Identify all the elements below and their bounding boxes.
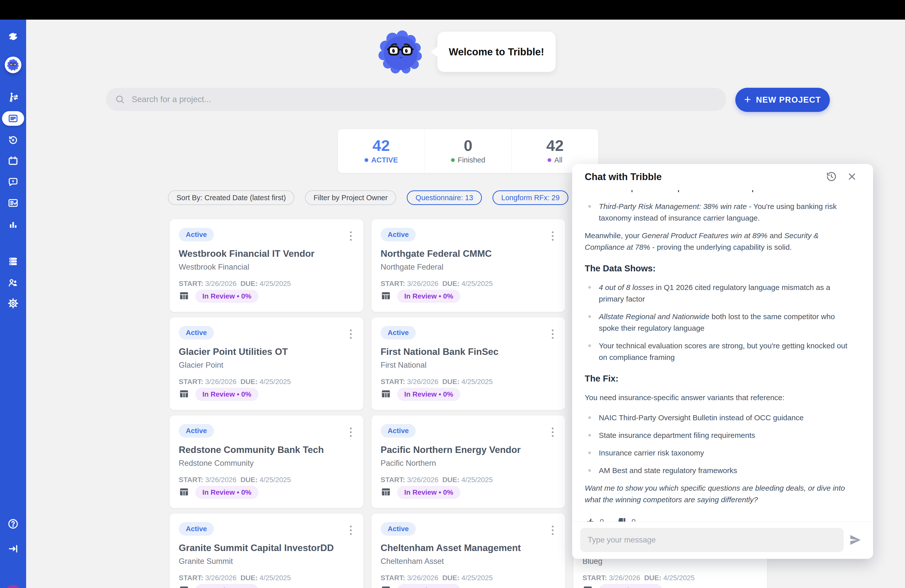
message-bullet: Third-Party Risk Management: 38% win rat… <box>585 201 857 224</box>
table-icon <box>381 389 391 400</box>
top-bar <box>0 0 905 20</box>
chat-input-row <box>572 521 873 559</box>
table-icon <box>179 291 189 302</box>
project-dates: START: 3/26/2026 DUE: 4/25/2025 <box>179 378 291 386</box>
kebab-menu-icon[interactable] <box>548 327 557 340</box>
kebab-menu-icon[interactable] <box>548 229 557 242</box>
message-bullet: Allstate Regional and Nationwide both lo… <box>585 311 857 334</box>
collapse-sidebar-icon[interactable] <box>7 543 19 555</box>
project-card[interactable]: ActiveNorthgate Federal CMMCNorthgate Fe… <box>372 219 565 312</box>
sidebar-item-team[interactable] <box>7 277 19 289</box>
project-card[interactable]: ActiveCheltenham Asset ManagementChelten… <box>372 513 565 588</box>
project-dates: START: 3/26/2026 DUE: 4/25/2025 <box>381 574 493 582</box>
filter-chip-sort-by[interactable]: Sort By: Created Date (latest first) <box>168 191 294 205</box>
stat-label: Finished <box>451 156 486 164</box>
table-icon <box>179 389 189 400</box>
status-badge: Active <box>381 522 416 536</box>
project-title: Redstone Community Bank Tech <box>179 445 356 455</box>
message-bullet: NAIC Third-Party Oversight Bulletin inst… <box>585 412 857 424</box>
chat-history-icon[interactable] <box>825 170 837 183</box>
project-card[interactable]: ActiveGranite Summit Capital InvestorDDG… <box>170 513 363 588</box>
table-icon <box>179 487 189 498</box>
project-card[interactable]: ActiveWestbrook Financial IT VendorWestb… <box>170 219 363 312</box>
sidebar-item-projects-active[interactable] <box>2 111 24 126</box>
table-icon <box>381 585 391 588</box>
message-bullet: Insurance carrier risk taxonomy <box>585 447 857 459</box>
sidebar-item-calendar[interactable] <box>7 155 19 167</box>
status-badge: Active <box>381 326 416 340</box>
message-bullet: AM Best and state regulatory frameworks <box>585 465 857 476</box>
kebab-menu-icon[interactable] <box>548 426 557 439</box>
table-icon <box>179 585 189 588</box>
message-heading: The Data Shows: <box>585 262 857 274</box>
send-message-icon[interactable] <box>848 533 862 547</box>
project-title: Glacier Point Utilities OT <box>179 346 356 357</box>
message-feedback: 0 0 <box>585 516 857 521</box>
message-heading: The Fix: <box>585 373 857 384</box>
project-card[interactable]: ActiveFirst National Bank FinSecFirst Na… <box>372 317 565 410</box>
project-subtitle: First National <box>381 361 557 370</box>
stat-dot-icon <box>365 158 368 162</box>
stat-value: 0 <box>464 138 472 153</box>
stat-active[interactable]: 42ACTIVE <box>338 129 425 173</box>
project-dates: START: 3/26/2026 DUE: 4/25/2025 <box>583 574 695 582</box>
new-project-button[interactable]: + NEW PROJECT <box>735 88 830 112</box>
project-dates: START: 3/26/2026 DUE: 4/25/2025 <box>179 280 291 288</box>
sidebar-item-handoff[interactable] <box>7 91 19 103</box>
message-bullet: State insurance department filing requir… <box>585 429 857 441</box>
search-input[interactable] <box>132 95 718 104</box>
review-status-badge: In Review • 0% <box>195 486 259 499</box>
thumbs-down-icon[interactable] <box>616 516 627 521</box>
kebab-menu-icon[interactable] <box>548 524 557 537</box>
sidebar-item-settings[interactable] <box>7 297 19 309</box>
clipped-message-line <box>599 190 857 192</box>
stat-label: All <box>548 156 562 164</box>
sidebar-item-content-library[interactable] <box>7 255 19 267</box>
project-title: Cheltenham Asset Management <box>381 543 557 553</box>
filter-chip-project-owner[interactable]: Filter by Project Owner <box>305 191 396 205</box>
table-icon <box>381 487 391 498</box>
stat-dot-icon <box>451 158 455 162</box>
chat-message-area[interactable]: Third-Party Risk Management: 38% win rat… <box>572 188 873 521</box>
sidebar-item-chat[interactable] <box>7 176 19 188</box>
stat-dot-icon <box>548 158 551 162</box>
project-card[interactable]: ActiveRedstone Community Bank TechRedsto… <box>170 415 363 508</box>
help-icon[interactable] <box>7 518 19 530</box>
tribble-mascot-avatar[interactable] <box>5 57 21 73</box>
thumbs-up-count: 0 <box>600 518 604 522</box>
message-bullet: Your technical evaluation scores are str… <box>585 340 857 363</box>
project-dates: START: 3/26/2026 DUE: 4/25/2025 <box>381 476 493 484</box>
project-subtitle: Redstone Community <box>179 459 356 468</box>
user-avatar[interactable]: TK <box>5 585 21 588</box>
sidebar-item-review-tasks[interactable] <box>7 197 19 209</box>
chat-message-input[interactable] <box>580 528 844 552</box>
review-status-badge: In Review • 0% <box>397 388 460 401</box>
plus-icon: + <box>744 94 751 105</box>
kebab-menu-icon[interactable] <box>346 524 356 537</box>
status-badge: Active <box>179 522 214 536</box>
review-status-badge: In Review • 0% <box>195 290 259 303</box>
chat-close-icon[interactable] <box>846 170 858 183</box>
sidebar-item-sync-ai[interactable] <box>7 134 19 146</box>
project-dates: START: 3/26/2026 DUE: 4/25/2025 <box>381 280 493 288</box>
stat-finished[interactable]: 0Finished <box>425 129 511 173</box>
filter-chip-questionnaire[interactable]: Questionnaire: 13 <box>407 191 482 205</box>
project-card[interactable]: ActiveGlacier Point Utilities OTGlacier … <box>170 317 363 410</box>
kebab-menu-icon[interactable] <box>346 426 356 439</box>
thumbs-down-count: 0 <box>632 518 635 522</box>
status-badge: Active <box>179 424 214 438</box>
review-status-badge: In Review • 0% <box>397 486 460 499</box>
thumbs-up-icon[interactable] <box>585 516 596 521</box>
project-card[interactable]: ActivePacific Northern Energy VendorPaci… <box>372 415 565 508</box>
chat-panel: Chat with Tribble Third-Party Risk Manag… <box>572 164 873 559</box>
filter-chip-longform-rfx[interactable]: Longform RFx: 29 <box>492 191 568 205</box>
kebab-menu-icon[interactable] <box>346 229 356 242</box>
new-project-label: NEW PROJECT <box>756 95 821 105</box>
project-stats-card: 42ACTIVE0Finished42All <box>338 129 599 173</box>
review-status-badge: In Review • 0% <box>195 388 259 401</box>
sidebar-item-analytics[interactable] <box>7 218 19 230</box>
message-paragraph: You need insurance-specific answer varia… <box>585 392 857 404</box>
message-bullet: 4 out of 8 losses in Q1 2026 cited regul… <box>585 282 857 305</box>
kebab-menu-icon[interactable] <box>346 327 356 340</box>
project-subtitle: Cheltenham Asset <box>381 557 557 566</box>
